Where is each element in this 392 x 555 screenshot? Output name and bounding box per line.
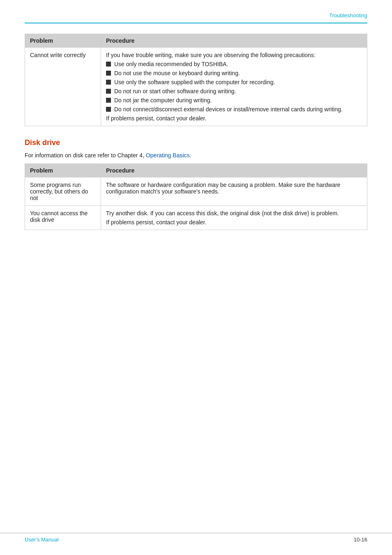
table1-procedure-header: Procedure: [101, 34, 367, 48]
bullet-text: Use only the software supplied with the …: [114, 79, 362, 85]
bullet-text: Do not run or start other software durin…: [114, 88, 362, 94]
page-footer: User's Manual 10-16: [0, 533, 392, 543]
write-outro-text: If problems persist, contact your dealer…: [106, 115, 362, 122]
disk-drive-heading: Disk drive: [25, 138, 367, 147]
disk-drive-intro: For information on disk care refer to Ch…: [25, 152, 367, 159]
list-item: Do not connect/disconnect external devic…: [106, 106, 362, 113]
bullet-text: Do not connect/disconnect external devic…: [114, 106, 362, 113]
page-container: Troubleshooting Problem Procedure Cannot…: [0, 0, 392, 555]
table1-problem-header: Problem: [25, 34, 101, 48]
table-row: Some programs run correctly, but others …: [25, 177, 367, 206]
table2-problem-header: Problem: [25, 164, 101, 177]
write-bullet-list: Use only media recommended by TOSHIBA. D…: [106, 61, 362, 113]
bullet-text: Do not use the mouse or keyboard during …: [114, 70, 362, 76]
list-item: Do not jar the computer during writing.: [106, 97, 362, 104]
section-title: Troubleshooting: [329, 12, 367, 18]
disk-procedure2-cell: Try another disk. If you can access this…: [101, 206, 367, 230]
write-intro-text: If you have trouble writing, make sure y…: [106, 52, 362, 58]
list-item: Use only the software supplied with the …: [106, 79, 362, 85]
bullet-icon: [106, 89, 111, 94]
table-row: You cannot access the disk drive Try ano…: [25, 206, 367, 230]
operating-basics-link[interactable]: Operating Basics: [146, 152, 190, 159]
bullet-text: Do not jar the computer during writing.: [114, 97, 362, 104]
bullet-icon: [106, 80, 111, 85]
bullet-text: Use only media recommended by TOSHIBA.: [114, 61, 362, 67]
footer-manual-label: User's Manual: [25, 537, 59, 543]
list-item: Do not use the mouse or keyboard during …: [106, 70, 362, 76]
bullet-icon: [106, 107, 111, 112]
page-header: Troubleshooting: [25, 12, 367, 18]
bullet-icon: [106, 71, 111, 76]
write-problems-table: Problem Procedure Cannot write correctly…: [25, 34, 367, 126]
disk-problem2-cell: You cannot access the disk drive: [25, 206, 101, 230]
bullet-icon: [106, 62, 111, 67]
table2-procedure-header: Procedure: [101, 164, 367, 177]
bullet-icon: [106, 98, 111, 103]
header-rule: [25, 23, 367, 23]
list-item: Use only media recommended by TOSHIBA.: [106, 61, 362, 67]
disk-problem1-cell: Some programs run correctly, but others …: [25, 177, 101, 206]
footer-page-number: 10-16: [354, 537, 367, 543]
list-item: Do not run or start other software durin…: [106, 88, 362, 94]
write-procedure-cell: If you have trouble writing, make sure y…: [101, 48, 367, 126]
disk-procedure1-cell: The software or hardware configuration m…: [101, 177, 367, 206]
disk-drive-table: Problem Procedure Some programs run corr…: [25, 164, 367, 230]
table-row: Cannot write correctly If you have troub…: [25, 48, 367, 126]
write-problem-cell: Cannot write correctly: [25, 48, 101, 126]
